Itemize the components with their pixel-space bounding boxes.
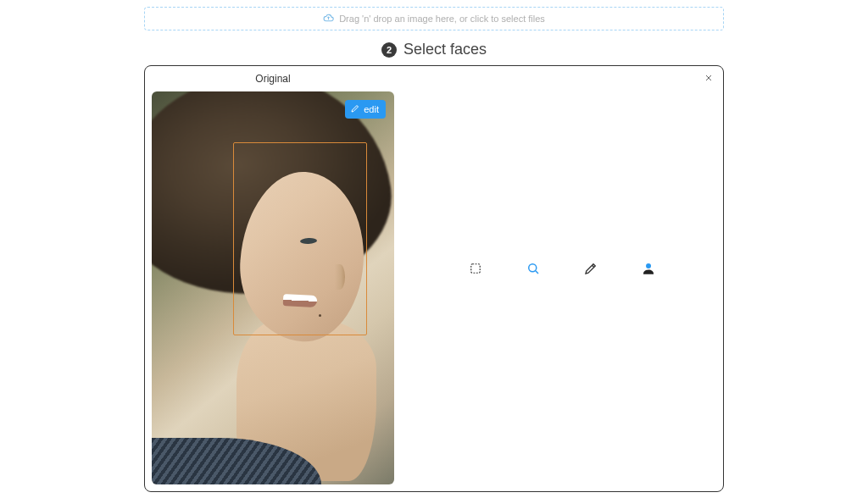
tool-column [401, 66, 723, 491]
step-header: 2 Select faces [0, 41, 868, 58]
svg-point-2 [646, 263, 651, 268]
tab-original[interactable]: Original [152, 66, 394, 91]
search-icon [526, 261, 541, 279]
source-image[interactable]: edit [152, 91, 394, 484]
face-bounding-box[interactable] [233, 142, 367, 335]
step-number-badge: 2 [381, 42, 397, 58]
tool-row [467, 262, 657, 279]
pencil-icon [583, 261, 598, 279]
pencil-icon [350, 103, 360, 115]
step-title: Select faces [403, 41, 487, 58]
svg-point-1 [529, 264, 537, 272]
upload-dropzone[interactable]: Drag 'n' drop an image here, or click to… [144, 7, 724, 30]
svg-rect-0 [471, 264, 481, 274]
crop-icon [468, 261, 483, 279]
edit-button[interactable]: edit [345, 100, 386, 119]
edit-button-label: edit [364, 104, 379, 114]
cloud-upload-icon [323, 13, 334, 25]
tool-search[interactable] [525, 262, 542, 279]
dropzone-text: Drag 'n' drop an image here, or click to… [339, 14, 545, 24]
face-select-panel: Original edit [144, 65, 724, 492]
person-icon [641, 261, 656, 279]
tool-crop[interactable] [467, 262, 484, 279]
tool-pencil[interactable] [582, 262, 599, 279]
tool-person[interactable] [640, 262, 657, 279]
image-column: Original edit [145, 66, 401, 491]
tab-original-label: Original [255, 73, 290, 85]
